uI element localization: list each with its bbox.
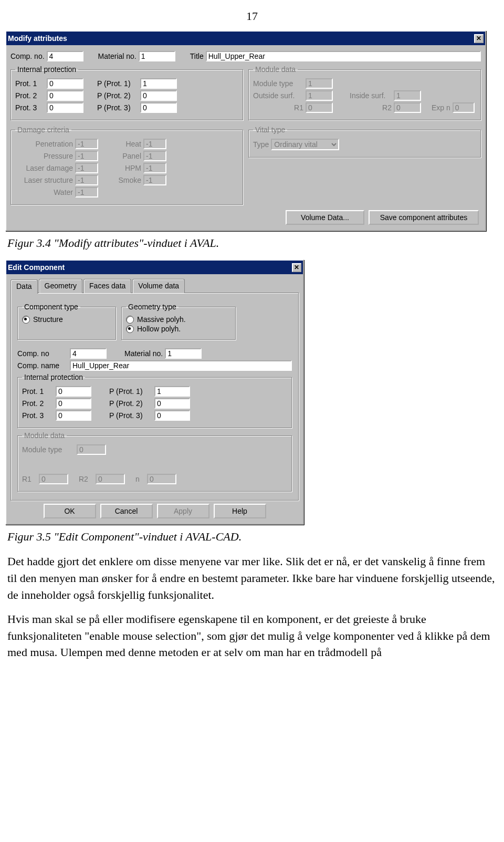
label-laser-damage: Laser damage bbox=[15, 164, 73, 172]
input-laser-damage bbox=[75, 163, 98, 173]
input-pprot2[interactable] bbox=[154, 398, 190, 409]
select-vital-type: Ordinary vital bbox=[271, 139, 339, 150]
label-r2: R2 bbox=[79, 475, 93, 483]
label-pprot3: P (Prot. 3) bbox=[97, 103, 138, 112]
radio-structure[interactable]: Structure bbox=[22, 315, 111, 324]
tab-volume-data[interactable]: Volume data bbox=[132, 279, 185, 293]
input-panel bbox=[143, 151, 166, 161]
label-comp-no: Comp. no. bbox=[10, 52, 45, 60]
label-comp-no: Comp. no bbox=[17, 349, 68, 358]
save-component-attributes-button[interactable]: Save component attributes bbox=[369, 210, 479, 225]
input-r2 bbox=[96, 474, 125, 484]
label-module-type: Module type bbox=[22, 445, 75, 454]
input-comp-no[interactable] bbox=[47, 51, 83, 61]
legend-vital-type: Vital type bbox=[253, 126, 287, 134]
label-laser-structure: Laser structure bbox=[15, 176, 73, 184]
input-outside-surf bbox=[306, 90, 333, 101]
label-smoke: Smoke bbox=[112, 176, 141, 184]
ok-button[interactable]: OK bbox=[44, 504, 96, 518]
tabs: Data Geometry Faces data Volume data bbox=[10, 278, 299, 293]
label-panel: Panel bbox=[112, 152, 141, 160]
input-prot1[interactable] bbox=[47, 78, 83, 89]
legend-damage-criteria: Damage criteria bbox=[15, 126, 71, 134]
input-smoke bbox=[143, 175, 166, 185]
input-prot1[interactable] bbox=[56, 386, 91, 397]
input-material-no[interactable] bbox=[165, 348, 202, 359]
help-button[interactable]: Help bbox=[214, 504, 266, 518]
tab-faces-data[interactable]: Faces data bbox=[83, 279, 131, 293]
figure-caption-1: Figur 3.4 "Modify attributes"-vinduet i … bbox=[7, 236, 497, 250]
group-internal-protection: Internal protection Prot. 1 P (Prot. 1) … bbox=[10, 65, 243, 120]
label-comp-name: Comp. name bbox=[17, 361, 68, 370]
legend-internal-protection: Internal protection bbox=[22, 373, 85, 381]
input-title[interactable] bbox=[206, 51, 481, 61]
label-material-no: Material no. bbox=[98, 52, 136, 60]
tab-data[interactable]: Data bbox=[10, 279, 38, 294]
input-inside-surf bbox=[394, 90, 421, 101]
figure-caption-2: Figur 3.5 "Edit Component"-vinduet i AVA… bbox=[7, 530, 497, 544]
group-module-data: Module data Module type R1 R2 n bbox=[17, 431, 292, 492]
legend-component-type: Component type bbox=[22, 303, 80, 311]
label-pprot3: P (Prot. 3) bbox=[109, 411, 152, 420]
radio-dot-icon bbox=[126, 325, 134, 333]
legend-module-data: Module data bbox=[253, 65, 298, 74]
close-button[interactable]: ✕ bbox=[292, 263, 301, 272]
input-heat bbox=[143, 139, 166, 149]
input-pprot1[interactable] bbox=[140, 78, 177, 89]
label-outside-surf: Outside surf. bbox=[253, 91, 303, 100]
label-prot2: Prot. 2 bbox=[22, 399, 54, 408]
label-r2: R2 bbox=[350, 103, 392, 112]
legend-geometry-type: Geometry type bbox=[126, 303, 178, 311]
input-material-no[interactable] bbox=[139, 51, 175, 61]
titlebar-modify: Modify attributes ✕ bbox=[6, 32, 485, 45]
radio-dot-icon bbox=[126, 316, 134, 324]
group-component-type: Component type Structure bbox=[17, 303, 116, 340]
input-pprot3[interactable] bbox=[154, 410, 190, 421]
input-prot3[interactable] bbox=[56, 410, 91, 421]
volume-data-button[interactable]: Volume Data... bbox=[286, 210, 364, 225]
label-material-no: Material no. bbox=[124, 349, 163, 358]
input-expn bbox=[453, 102, 475, 113]
label-n: n bbox=[135, 475, 145, 483]
input-pressure bbox=[75, 151, 98, 161]
input-comp-name[interactable] bbox=[70, 360, 292, 371]
tab-geometry[interactable]: Geometry bbox=[39, 279, 82, 293]
label-inside-surf: Inside surf. bbox=[350, 91, 392, 100]
label-r1: R1 bbox=[22, 475, 37, 483]
input-water bbox=[75, 187, 98, 197]
label-penetration: Penetration bbox=[15, 140, 73, 148]
input-pprot2[interactable] bbox=[140, 90, 177, 101]
radio-label-structure: Structure bbox=[33, 315, 63, 324]
input-pprot1[interactable] bbox=[154, 386, 190, 397]
legend-internal-protection: Internal protection bbox=[15, 65, 78, 74]
label-title: Title bbox=[190, 52, 204, 60]
input-r2 bbox=[394, 102, 421, 113]
apply-button[interactable]: Apply bbox=[157, 504, 209, 518]
input-prot2[interactable] bbox=[47, 90, 83, 101]
radio-massive-polyh[interactable]: Massive polyh. bbox=[126, 315, 231, 324]
input-prot2[interactable] bbox=[56, 398, 91, 409]
radio-label-hollow: Hollow polyh. bbox=[137, 325, 181, 333]
paragraph-1: Det hadde gjort det enklere om disse men… bbox=[7, 553, 497, 604]
radio-label-massive: Massive polyh. bbox=[137, 315, 186, 324]
input-prot3[interactable] bbox=[47, 102, 83, 113]
radio-hollow-polyh[interactable]: Hollow polyh. bbox=[126, 325, 231, 333]
cancel-button[interactable]: Cancel bbox=[100, 504, 153, 518]
input-n bbox=[147, 474, 176, 484]
close-button[interactable]: ✕ bbox=[474, 34, 484, 43]
label-pprot2: P (Prot. 2) bbox=[109, 399, 152, 408]
input-pprot3[interactable] bbox=[140, 102, 177, 113]
label-module-type: Module type bbox=[253, 79, 303, 88]
window-title: Modify attributes bbox=[8, 34, 67, 43]
group-damage-criteria: Damage criteria Penetration Heat Pressur… bbox=[10, 126, 243, 205]
label-heat: Heat bbox=[112, 140, 141, 148]
label-pressure: Pressure bbox=[15, 152, 73, 160]
window-edit-component: Edit Component ✕ Data Geometry Faces dat… bbox=[5, 259, 304, 525]
input-r1 bbox=[39, 474, 68, 484]
label-water: Water bbox=[15, 188, 73, 196]
input-hpm bbox=[143, 163, 166, 173]
input-laser-structure bbox=[75, 175, 98, 185]
label-pprot2: P (Prot. 2) bbox=[97, 91, 138, 100]
label-expn: Exp n bbox=[432, 103, 450, 112]
input-comp-no[interactable] bbox=[70, 348, 107, 359]
